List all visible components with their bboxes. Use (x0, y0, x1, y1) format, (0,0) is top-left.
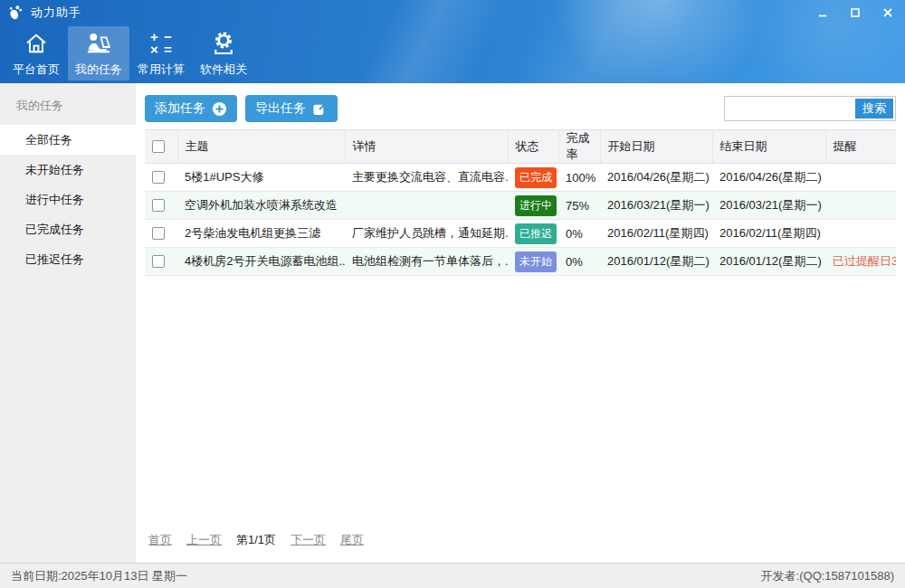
export-arrow-icon (312, 101, 328, 117)
nav-item-platform-home[interactable]: 平台首页 (5, 26, 67, 81)
body: 我的任务 全部任务 未开始任务 进行中任务 已完成任务 已推迟任务 添加任务 (0, 83, 905, 563)
app-title: 动力助手 (31, 5, 81, 21)
export-task-button-label: 导出任务 (255, 100, 306, 117)
pagination: 首页 上一页 第1/1页 下一页 尾页 (145, 523, 896, 563)
cell-end-date: 2016/04/26(星期二) (712, 164, 825, 192)
row-checkbox[interactable] (152, 227, 165, 240)
status-badge: 未开始 (515, 251, 557, 272)
maximize-button[interactable] (849, 7, 862, 18)
search-input[interactable] (727, 99, 855, 119)
row-checkbox[interactable] (152, 199, 165, 212)
pagination-first[interactable]: 首页 (148, 532, 172, 548)
select-all-checkbox[interactable] (152, 140, 165, 153)
nav-item-label: 我的任务 (75, 62, 122, 78)
cell-rate: 0% (558, 220, 600, 248)
cell-rate: 75% (558, 192, 600, 220)
cell-subject: 空调外机加装水喷淋系统改造 (177, 192, 345, 220)
cell-remind (825, 192, 896, 220)
col-header-subject: 主题 (177, 130, 345, 164)
titlebar: 动力助手 (0, 0, 905, 25)
sidebar-item-completed[interactable]: 已完成任务 (0, 214, 136, 244)
search-button[interactable]: 搜索 (855, 99, 893, 119)
sidebar-item-in-progress[interactable]: 进行中任务 (0, 185, 136, 214)
status-badge: 进行中 (515, 195, 557, 216)
nav-item-my-tasks[interactable]: 我的任务 (68, 26, 129, 81)
col-header-rate: 完成率 (558, 130, 600, 164)
nav-item-label: 平台首页 (13, 62, 60, 78)
cell-subject: 5楼1#UPS大修 (177, 164, 345, 192)
export-task-button[interactable]: 导出任务 (245, 95, 338, 122)
table-row: 2号柴油发电机组更换三滤 厂家维护人员跳槽，通知延期... 已推迟 0% 201… (145, 220, 896, 248)
cell-remind (825, 220, 896, 248)
cell-detail: 电池组检测有一节单体落后，... (345, 248, 508, 276)
sidebar-title: 我的任务 (0, 83, 136, 125)
nav-item-software[interactable]: 软件相关 (193, 26, 254, 81)
col-header-detail: 详情 (345, 130, 508, 164)
calculator-icon: +−×= (148, 30, 175, 57)
my-tasks-icon (84, 30, 113, 57)
sidebar: 我的任务 全部任务 未开始任务 进行中任务 已完成任务 已推迟任务 (0, 83, 136, 563)
pagination-last[interactable]: 尾页 (340, 532, 364, 548)
pagination-next[interactable]: 下一页 (291, 532, 326, 548)
table-header-row: 主题 详情 状态 完成率 开始日期 结束日期 提醒 (145, 130, 896, 164)
table-row: 5楼1#UPS大修 主要更换交流电容、直流电容... 已完成 100% 2016… (145, 164, 896, 192)
app-logo-footprint-icon (7, 5, 24, 21)
cell-remind (825, 164, 896, 192)
cell-start-date: 2016/04/26(星期二) (600, 164, 712, 192)
status-badge: 已推迟 (515, 223, 557, 244)
cell-end-date: 2016/03/21(星期一) (712, 192, 825, 220)
table-row: 空调外机加装水喷淋系统改造 进行中 75% 2016/03/21(星期一) 20… (145, 192, 896, 220)
cell-start-date: 2016/01/12(星期二) (600, 248, 712, 276)
nav-bar: 平台首页 我的任务 +−×= 常用计算 (0, 26, 905, 81)
table-row: 4楼机房2号开关电源蓄电池组... 电池组检测有一节单体落后，... 未开始 0… (145, 248, 896, 276)
app-header: 动力助手 (0, 0, 905, 83)
cell-detail: 厂家维护人员跳槽，通知延期... (345, 220, 508, 248)
main-content: 添加任务 导出任务 (136, 83, 905, 563)
home-icon (24, 30, 49, 57)
sidebar-item-postponed[interactable]: 已推迟任务 (0, 244, 136, 274)
cell-remind: 已过提醒日35... (825, 248, 896, 276)
toolbar: 添加任务 导出任务 (145, 95, 896, 122)
row-checkbox[interactable] (152, 171, 165, 184)
cell-detail: 主要更换交流电容、直流电容... (345, 164, 508, 192)
cell-subject: 2号柴油发电机组更换三滤 (177, 220, 345, 248)
col-header-start-date: 开始日期 (600, 130, 712, 164)
cell-end-date: 2016/02/11(星期四) (712, 220, 825, 248)
cell-end-date: 2016/01/12(星期二) (712, 248, 825, 276)
software-gear-icon (211, 30, 236, 57)
cell-subject: 4楼机房2号开关电源蓄电池组... (177, 248, 345, 276)
pagination-current: 第1/1页 (236, 532, 276, 548)
sidebar-item-all-tasks[interactable]: 全部任务 (0, 125, 136, 155)
sidebar-item-not-started[interactable]: 未开始任务 (0, 155, 136, 185)
col-header-remind: 提醒 (825, 130, 896, 164)
minimize-button[interactable] (816, 7, 829, 18)
close-button[interactable] (881, 7, 894, 18)
window-controls (816, 7, 894, 18)
col-header-status: 状态 (508, 130, 558, 164)
search-box: 搜索 (724, 96, 896, 121)
col-header-end-date: 结束日期 (712, 130, 825, 164)
nav-item-label: 软件相关 (200, 62, 247, 78)
pagination-prev[interactable]: 上一页 (186, 532, 222, 548)
current-date-text: 当前日期:2025年10月13日 星期一 (11, 568, 187, 584)
status-badge: 已完成 (515, 167, 557, 188)
app-window: 动力助手 (0, 0, 905, 588)
nav-item-calculations[interactable]: +−×= 常用计算 (130, 26, 192, 81)
cell-rate: 0% (558, 248, 600, 276)
nav-item-label: 常用计算 (138, 62, 185, 78)
cell-start-date: 2016/02/11(星期四) (600, 220, 712, 248)
task-table: 主题 详情 状态 完成率 开始日期 结束日期 提醒 5楼1#UPS大修 主要更换… (145, 129, 896, 276)
status-bar: 当前日期:2025年10月13日 星期一 开发者:(QQ:1587101588) (0, 563, 905, 588)
cell-detail (345, 192, 508, 220)
plus-circle-icon (212, 101, 227, 117)
developer-text: 开发者:(QQ:1587101588) (761, 568, 894, 584)
cell-start-date: 2016/03/21(星期一) (600, 192, 712, 220)
row-checkbox[interactable] (152, 255, 165, 268)
add-task-button[interactable]: 添加任务 (145, 95, 237, 122)
cell-rate: 100% (558, 164, 600, 192)
add-task-button-label: 添加任务 (155, 100, 205, 117)
